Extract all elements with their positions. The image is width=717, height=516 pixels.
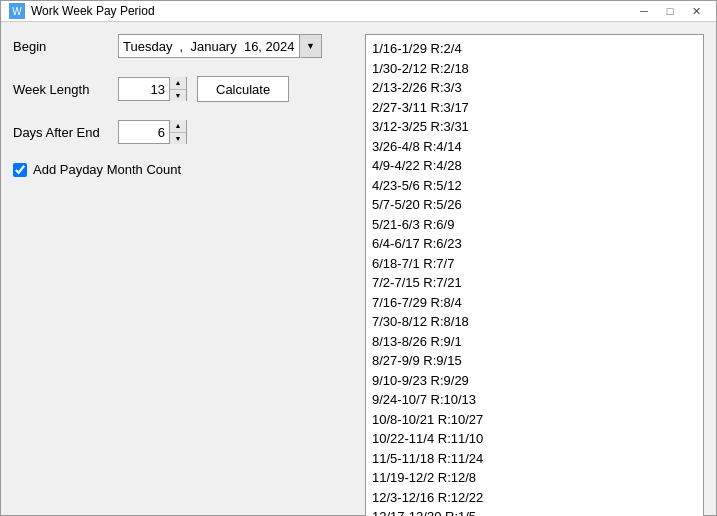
begin-date-field: ▼ <box>118 34 322 58</box>
output-line: 10/8-10/21 R:10/27 <box>372 410 697 430</box>
output-line: 9/24-10/7 R:10/13 <box>372 390 697 410</box>
output-line: 9/10-9/23 R:9/29 <box>372 371 697 391</box>
right-panel: 1/16-1/29 R:2/41/30-2/12 R:2/182/13-2/26… <box>365 34 704 516</box>
output-line: 5/21-6/3 R:6/9 <box>372 215 697 235</box>
payday-month-count-label[interactable]: Add Payday Month Count <box>33 162 181 177</box>
output-box[interactable]: 1/16-1/29 R:2/41/30-2/12 R:2/182/13-2/26… <box>365 34 704 516</box>
output-line: 6/4-6/17 R:6/23 <box>372 234 697 254</box>
output-line: 10/22-11/4 R:11/10 <box>372 429 697 449</box>
output-line: 7/16-7/29 R:8/4 <box>372 293 697 313</box>
output-line: 7/2-7/15 R:7/21 <box>372 273 697 293</box>
days-after-end-label: Days After End <box>13 125 108 140</box>
week-length-down-button[interactable]: ▼ <box>170 89 186 102</box>
week-length-up-button[interactable]: ▲ <box>170 77 186 89</box>
output-line: 6/18-7/1 R:7/7 <box>372 254 697 274</box>
days-after-end-down-button[interactable]: ▼ <box>170 132 186 145</box>
output-line: 5/7-5/20 R:5/26 <box>372 195 697 215</box>
output-line: 7/30-8/12 R:8/18 <box>372 312 697 332</box>
week-length-label: Week Length <box>13 82 108 97</box>
output-line: 8/13-8/26 R:9/1 <box>372 332 697 352</box>
title-bar: W Work Week Pay Period ─ □ ✕ <box>1 1 716 22</box>
maximize-button[interactable]: □ <box>658 1 682 21</box>
app-icon: W <box>9 3 25 19</box>
main-content: Begin ▼ Week Length ▲ ▼ Calculate <box>1 22 716 516</box>
minimize-button[interactable]: ─ <box>632 1 656 21</box>
output-line: 3/26-4/8 R:4/14 <box>372 137 697 157</box>
days-after-end-row: Days After End ▲ ▼ <box>13 120 353 144</box>
output-line: 1/30-2/12 R:2/18 <box>372 59 697 79</box>
begin-row: Begin ▼ <box>13 34 353 58</box>
output-line: 11/19-12/2 R:12/8 <box>372 468 697 488</box>
days-after-end-input[interactable] <box>119 123 169 142</box>
begin-date-input[interactable] <box>119 37 299 56</box>
days-after-end-up-button[interactable]: ▲ <box>170 120 186 132</box>
close-button[interactable]: ✕ <box>684 1 708 21</box>
output-line: 2/27-3/11 R:3/17 <box>372 98 697 118</box>
days-after-end-spinner-buttons: ▲ ▼ <box>169 120 186 144</box>
calculate-button[interactable]: Calculate <box>197 76 289 102</box>
days-after-end-spinner: ▲ ▼ <box>118 120 187 144</box>
output-line: 12/17-12/30 R:1/5 <box>372 507 697 516</box>
payday-month-count-checkbox[interactable] <box>13 163 27 177</box>
main-window: W Work Week Pay Period ─ □ ✕ Begin ▼ Wee… <box>0 0 717 516</box>
left-panel: Begin ▼ Week Length ▲ ▼ Calculate <box>13 34 353 516</box>
week-length-row: Week Length ▲ ▼ Calculate <box>13 76 353 102</box>
window-title: Work Week Pay Period <box>31 4 632 18</box>
week-length-spinner-buttons: ▲ ▼ <box>169 77 186 101</box>
checkbox-row: Add Payday Month Count <box>13 162 353 177</box>
output-line: 3/12-3/25 R:3/31 <box>372 117 697 137</box>
output-line: 11/5-11/18 R:11/24 <box>372 449 697 469</box>
output-line: 2/13-2/26 R:3/3 <box>372 78 697 98</box>
output-line: 12/3-12/16 R:12/22 <box>372 488 697 508</box>
output-line: 1/16-1/29 R:2/4 <box>372 39 697 59</box>
date-dropdown-button[interactable]: ▼ <box>299 35 321 57</box>
output-line: 8/27-9/9 R:9/15 <box>372 351 697 371</box>
window-controls: ─ □ ✕ <box>632 1 708 21</box>
week-length-spinner: ▲ ▼ <box>118 77 187 101</box>
output-line: 4/23-5/6 R:5/12 <box>372 176 697 196</box>
begin-label: Begin <box>13 39 108 54</box>
output-line: 4/9-4/22 R:4/28 <box>372 156 697 176</box>
week-length-input[interactable] <box>119 80 169 99</box>
